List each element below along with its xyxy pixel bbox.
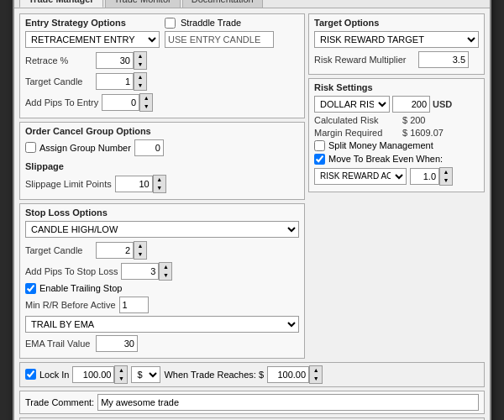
comment-input[interactable] bbox=[97, 394, 479, 411]
target-candle-input[interactable] bbox=[96, 73, 134, 90]
slippage-label: Slippage Limit Points bbox=[25, 179, 112, 189]
target-options-title: Target Options bbox=[314, 18, 479, 28]
when-value-input[interactable] bbox=[267, 366, 309, 383]
slippage-down[interactable]: ▼ bbox=[154, 184, 165, 192]
target-candle-spinner: ▲ ▼ bbox=[96, 72, 147, 91]
comment-label: Trade Comment: bbox=[25, 397, 94, 407]
slippage-up[interactable]: ▲ bbox=[154, 176, 165, 184]
lock-in-checkbox[interactable] bbox=[25, 369, 36, 380]
add-pips-entry-spinner: ▲ ▼ bbox=[102, 93, 153, 112]
retrace-up[interactable]: ▲ bbox=[134, 52, 146, 60]
lock-down[interactable]: ▼ bbox=[115, 375, 127, 383]
add-pips-stop-input[interactable] bbox=[121, 263, 159, 280]
lock-in-bar: Lock In ▲ ▼ $ % When Trade Reaches: $ ▲ … bbox=[19, 362, 485, 387]
stop-target-down[interactable]: ▼ bbox=[134, 250, 146, 259]
add-pips-stop-spinner-btns: ▲ ▼ bbox=[159, 262, 172, 281]
add-pips-entry-up[interactable]: ▲ bbox=[140, 94, 152, 102]
add-pips-entry-input[interactable] bbox=[102, 94, 139, 111]
target-candle-row: Target Candle ▲ ▼ bbox=[25, 72, 299, 91]
tab-documentation[interactable]: Documentation bbox=[182, 0, 263, 8]
assign-group-row: Assign Group Number bbox=[25, 139, 299, 156]
tab-trade-manager[interactable]: Trade Manager bbox=[19, 0, 103, 8]
main-window: F The Forex Guy's Trade Management Panel… bbox=[13, 0, 491, 420]
target-candle-label: Target Candle bbox=[25, 76, 92, 87]
assign-group-checkbox[interactable] bbox=[25, 142, 36, 153]
main-panels: Entry Strategy Options RETRACEMENT ENTRY… bbox=[19, 13, 485, 359]
comment-bar: Trade Comment: bbox=[19, 391, 485, 414]
retrace-label: Retrace % bbox=[25, 55, 92, 66]
ema-trail-input[interactable] bbox=[96, 335, 138, 352]
move-even-row: Move To Break Even When: bbox=[314, 154, 479, 165]
move-even-up[interactable]: ▲ bbox=[440, 168, 452, 176]
when-down[interactable]: ▼ bbox=[310, 375, 322, 383]
target-options-select[interactable]: RISK REWARD TARGET bbox=[314, 31, 479, 48]
split-money-checkbox[interactable] bbox=[314, 140, 325, 151]
add-pips-entry-down[interactable]: ▼ bbox=[140, 102, 152, 111]
margin-required-symbol: $ bbox=[402, 128, 407, 138]
risk-settings-title: Risk Settings bbox=[314, 82, 479, 92]
target-candle-up[interactable]: ▲ bbox=[134, 73, 146, 81]
group-num-input[interactable] bbox=[134, 139, 164, 156]
tab-trade-monitor[interactable]: Trade Monitor bbox=[105, 0, 181, 8]
straddle-label: Straddle Trade bbox=[181, 18, 241, 28]
right-panel: Target Options RISK REWARD TARGET Risk R… bbox=[308, 13, 485, 359]
add-pips-stop-label: Add Pips To Stop Loss bbox=[25, 266, 118, 276]
move-even-input[interactable] bbox=[410, 168, 439, 185]
enable-trailing-label: Enable Trailing Stop bbox=[39, 283, 122, 293]
add-pips-entry-spinner-btns: ▲ ▼ bbox=[139, 93, 153, 112]
stop-loss-select[interactable]: CANDLE HIGH/LOW bbox=[25, 221, 299, 238]
entry-strategy-panel: Entry Strategy Options RETRACEMENT ENTRY… bbox=[19, 13, 305, 118]
add-pips-stop-down[interactable]: ▼ bbox=[160, 271, 171, 280]
slippage-spinner: ▲ ▼ bbox=[115, 175, 166, 193]
move-even-checkbox[interactable] bbox=[314, 154, 325, 165]
move-even-down[interactable]: ▼ bbox=[440, 176, 452, 185]
retrace-down[interactable]: ▼ bbox=[134, 60, 146, 69]
move-even-spinner: ▲ ▼ bbox=[410, 167, 453, 186]
stop-loss-panel: Stop Loss Options CANDLE HIGH/LOW Target… bbox=[19, 203, 305, 359]
lock-value-input[interactable] bbox=[72, 366, 114, 383]
stop-target-candle-spinner-btns: ▲ ▼ bbox=[134, 241, 147, 260]
tabs-bar: Trade Manager Trade Monitor Documentatio… bbox=[14, 0, 490, 8]
margin-required-value: 1609.07 bbox=[410, 128, 444, 138]
when-spinner: ▲ ▼ bbox=[267, 365, 323, 384]
straddle-checkbox[interactable] bbox=[165, 18, 176, 29]
lock-up[interactable]: ▲ bbox=[115, 366, 127, 375]
slippage-title: Slippage bbox=[25, 161, 299, 171]
lock-value-spinner-btns: ▲ ▼ bbox=[114, 365, 128, 384]
risk-settings-panel: Risk Settings DOLLAR RISK USD Calculated… bbox=[308, 78, 485, 192]
add-pips-stop-up[interactable]: ▲ bbox=[160, 263, 171, 271]
risk-value-input[interactable] bbox=[392, 96, 430, 113]
slippage-spinner-btns: ▲ ▼ bbox=[153, 175, 166, 193]
retrace-spinner: ▲ ▼ bbox=[96, 51, 147, 70]
add-pips-entry-label: Add Pips To Entry bbox=[25, 97, 98, 108]
stop-target-up[interactable]: ▲ bbox=[134, 242, 146, 250]
straddle-row: Straddle Trade bbox=[165, 18, 299, 29]
calculated-risk-row: Calculated Risk $ 200 bbox=[314, 115, 479, 125]
move-even-spinner-btns: ▲ ▼ bbox=[439, 167, 453, 186]
trail-by-select[interactable]: TRAIL BY EMA bbox=[25, 316, 299, 333]
rr-multiplier-input[interactable] bbox=[418, 51, 469, 68]
entry-strategy-select[interactable]: RETRACEMENT ENTRY bbox=[25, 31, 160, 48]
currency-select[interactable]: $ % bbox=[131, 366, 160, 383]
rr-multiplier-label: Risk Reward Multiplier bbox=[314, 55, 415, 65]
entry-strategy-title: Entry Strategy Options bbox=[25, 18, 160, 28]
calculated-risk-value: 200 bbox=[410, 115, 425, 125]
order-cancel-panel: Order Cancel Group Options Assign Group … bbox=[19, 122, 305, 200]
slippage-input[interactable] bbox=[115, 176, 153, 192]
enable-trailing-checkbox[interactable] bbox=[25, 283, 36, 294]
margin-required-label: Margin Required bbox=[314, 128, 402, 138]
risk-type-select[interactable]: DOLLAR RISK bbox=[314, 96, 390, 113]
when-up[interactable]: ▲ bbox=[310, 366, 322, 375]
min-rr-input[interactable] bbox=[119, 297, 149, 313]
split-money-label: Split Money Management bbox=[328, 140, 433, 150]
usd-label: USD bbox=[433, 99, 452, 109]
stop-target-candle-spinner: ▲ ▼ bbox=[96, 241, 147, 260]
stop-target-candle-input[interactable] bbox=[96, 242, 134, 259]
move-even-select[interactable]: RISK REWARD ACHIEV bbox=[314, 168, 407, 185]
ema-trail-label: EMA Trail Value bbox=[25, 339, 92, 349]
target-candle-down[interactable]: ▼ bbox=[134, 81, 146, 90]
order-cancel-title: Order Cancel Group Options bbox=[25, 126, 299, 136]
entry-candle-input[interactable] bbox=[165, 31, 274, 48]
enable-trailing-row: Enable Trailing Stop bbox=[25, 283, 299, 294]
retrace-input[interactable] bbox=[96, 52, 134, 69]
